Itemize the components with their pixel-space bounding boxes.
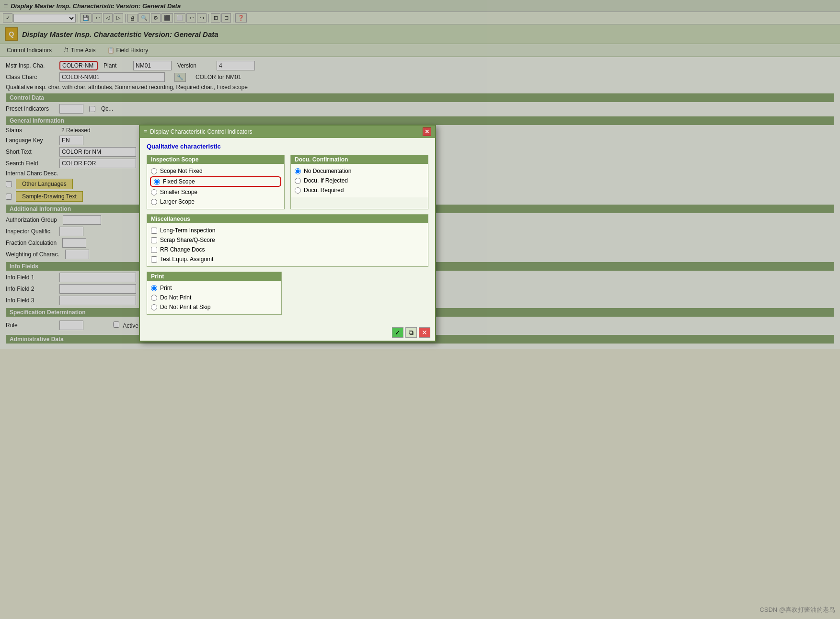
no-documentation-option[interactable]: No Documentation — [295, 168, 424, 174]
docu-if-rejected-radio[interactable] — [295, 178, 301, 184]
print-label: Print — [160, 285, 172, 291]
miscellaneous-content: Long-Term Inspection Scrap Share/Q-Score… — [147, 223, 428, 266]
rr-change-item[interactable]: RR Change Docs — [151, 246, 424, 253]
test-equip-checkbox[interactable] — [151, 256, 157, 263]
docu-confirmation-content: No Documentation Docu. If Rejected Docu.… — [291, 164, 428, 197]
print-content: Print Do Not Print Do Not Print at Skip — [147, 281, 281, 314]
long-term-item[interactable]: Long-Term Inspection — [151, 227, 424, 234]
fixed-scope-radio[interactable] — [154, 179, 160, 185]
smaller-scope-radio[interactable] — [151, 189, 157, 195]
test-equip-item[interactable]: Test Equip. Assignmt — [151, 256, 424, 263]
docu-confirmation-header: Docu. Confirmation — [291, 155, 428, 164]
modal-panels: Inspection Scope Scope Not Fixed Fixed S… — [147, 155, 428, 209]
test-equip-label: Test Equip. Assignmt — [160, 256, 213, 263]
modal-footer: ✓ ⧉ ✕ — [140, 324, 435, 341]
docu-confirmation-radio-group: No Documentation Docu. If Rejected Docu.… — [295, 168, 424, 194]
modal-cancel-btn[interactable]: ✕ — [419, 327, 430, 338]
larger-scope-radio[interactable] — [151, 199, 157, 205]
print-section: Print Print Do Not Print Do Not Print at… — [147, 272, 282, 315]
inspection-scope-header: Inspection Scope — [147, 155, 284, 164]
long-term-checkbox[interactable] — [151, 228, 157, 234]
long-term-label: Long-Term Inspection — [160, 227, 215, 234]
rr-change-checkbox[interactable] — [151, 247, 157, 253]
do-not-print-skip-label: Do Not Print at Skip — [160, 304, 210, 310]
larger-scope-option[interactable]: Larger Scope — [151, 198, 280, 205]
fixed-scope-label: Fixed Scope — [163, 178, 195, 185]
do-not-print-label: Do Not Print — [160, 294, 191, 301]
scope-not-fixed-label: Scope Not Fixed — [160, 168, 203, 174]
docu-required-option[interactable]: Docu. Required — [295, 187, 424, 194]
modal-overlay: ≡ Display Characteristic Control Indicat… — [0, 0, 840, 349]
scrap-share-checkbox[interactable] — [151, 237, 157, 243]
modal-copy-btn[interactable]: ⧉ — [405, 327, 417, 338]
modal-confirm-btn[interactable]: ✓ — [392, 327, 403, 338]
docu-required-label: Docu. Required — [304, 187, 344, 194]
modal-title-icon: ≡ — [144, 128, 147, 135]
inspection-scope-radio-group: Scope Not Fixed Fixed Scope Smaller Scop… — [151, 168, 280, 205]
scope-not-fixed-option[interactable]: Scope Not Fixed — [151, 168, 280, 174]
inspection-scope-panel: Inspection Scope Scope Not Fixed Fixed S… — [147, 155, 285, 209]
print-option[interactable]: Print — [151, 285, 277, 291]
fixed-scope-option[interactable]: Fixed Scope — [151, 177, 280, 186]
no-documentation-label: No Documentation — [304, 168, 351, 174]
larger-scope-label: Larger Scope — [160, 198, 195, 205]
scope-not-fixed-radio[interactable] — [151, 168, 157, 174]
modal-content: Qualitative characteristic Inspection Sc… — [140, 138, 435, 324]
modal-title: Display Characteristic Control Indicator… — [150, 128, 252, 135]
inspection-scope-content: Scope Not Fixed Fixed Scope Smaller Scop… — [147, 164, 284, 209]
rr-change-label: RR Change Docs — [160, 246, 205, 253]
miscellaneous-section: Miscellaneous Long-Term Inspection Scrap… — [147, 214, 428, 267]
modal-titlebar: ≡ Display Characteristic Control Indicat… — [140, 126, 435, 138]
print-radio[interactable] — [151, 285, 157, 291]
docu-if-rejected-option[interactable]: Docu. If Rejected — [295, 177, 424, 184]
smaller-scope-option[interactable]: Smaller Scope — [151, 189, 280, 195]
miscellaneous-header: Miscellaneous — [147, 215, 428, 223]
scrap-share-item[interactable]: Scrap Share/Q-Score — [151, 237, 424, 243]
do-not-print-skip-radio[interactable] — [151, 304, 157, 310]
no-documentation-radio[interactable] — [295, 168, 301, 174]
modal-close-btn[interactable]: ✕ — [423, 127, 431, 136]
modal-subtitle: Qualitative characteristic — [147, 143, 428, 150]
scrap-share-label: Scrap Share/Q-Score — [160, 237, 215, 243]
do-not-print-skip-option[interactable]: Do Not Print at Skip — [151, 304, 277, 310]
docu-if-rejected-label: Docu. If Rejected — [304, 177, 348, 184]
do-not-print-radio[interactable] — [151, 295, 157, 301]
do-not-print-option[interactable]: Do Not Print — [151, 294, 277, 301]
modal-titlebar-left: ≡ Display Characteristic Control Indicat… — [144, 128, 252, 135]
docu-required-radio[interactable] — [295, 187, 301, 194]
modal-dialog: ≡ Display Characteristic Control Indicat… — [139, 125, 436, 342]
smaller-scope-label: Smaller Scope — [160, 189, 197, 195]
docu-confirmation-panel: Docu. Confirmation No Documentation Docu… — [290, 155, 428, 209]
print-header: Print — [147, 272, 281, 281]
